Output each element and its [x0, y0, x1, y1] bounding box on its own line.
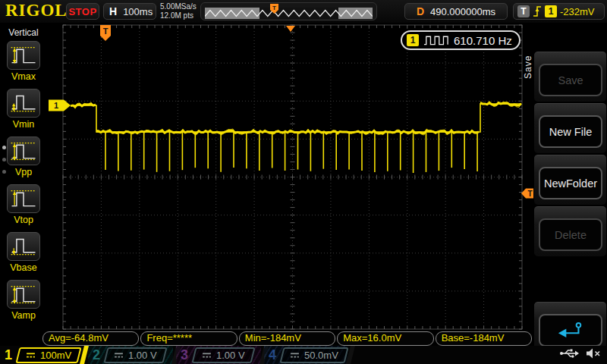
measurement-max: Max=16.0mV [337, 331, 433, 346]
acquisition-info: 5.00MSa/s 12.0M pts [160, 2, 197, 20]
horizontal-timebase[interactable]: H 100ms [103, 3, 156, 20]
vpp-button[interactable] [7, 136, 40, 165]
vmin-button[interactable] [7, 89, 40, 118]
softkey-new-folder[interactable]: NewFolder [534, 155, 606, 205]
softkey-save[interactable]: Save [534, 52, 606, 102]
channel-3-indicator[interactable]: 3 1.00 V [176, 346, 261, 364]
softkey-delete[interactable]: Delete [534, 206, 606, 256]
left-menu-item-vpp[interactable]: Vpp [0, 136, 47, 182]
sample-rate: 5.00MSa/s [160, 2, 197, 11]
channel-2-number: 2 [93, 347, 100, 363]
oscilloscope-screen: RIGOL STOP H 100ms 5.00MSa/s 12.0M pts T… [0, 0, 607, 364]
memory-position-bar[interactable]: T [200, 2, 377, 20]
return-arrow-icon [556, 321, 585, 340]
channel-4-number: 4 [269, 347, 276, 363]
horizontal-label: H [109, 5, 117, 17]
vmin-icon [9, 92, 38, 115]
channel-1-number: 1 [5, 347, 12, 363]
status-icons [559, 348, 601, 359]
page-indicator-dot [2, 170, 6, 174]
channel-4-indicator[interactable]: 4 50.0mV [264, 346, 348, 364]
delay-label: D [417, 5, 424, 17]
svg-text:1: 1 [54, 101, 58, 110]
channel-1-scale-box: 100mV [15, 347, 81, 363]
frequency-counter: 1 610.710 Hz [401, 30, 521, 50]
right-softkey-menu: Save Save New File NewFolder Delete [533, 23, 607, 346]
trigger-delay-readout[interactable]: D 490.000000ms [404, 3, 508, 20]
measurement-freq: Freq=***** [140, 331, 237, 346]
vamp-icon [9, 283, 38, 306]
vmax-icon [9, 44, 38, 67]
counter-source-badge: 1 [407, 34, 419, 46]
delete-button[interactable]: Delete [539, 218, 602, 251]
top-status-bar: RIGOL STOP H 100ms 5.00MSa/s 12.0M pts T… [0, 0, 607, 23]
memory-band: T [205, 8, 373, 19]
new-file-button[interactable]: New File [539, 115, 602, 148]
brand-logo: RIGOL [5, 1, 68, 20]
channel-4-scale: 50.0mV [304, 350, 338, 361]
square-wave-icon [423, 34, 449, 46]
channel-3-number: 3 [181, 347, 188, 363]
new-folder-button[interactable]: NewFolder [539, 167, 602, 199]
dc-coupling-icon [290, 351, 300, 359]
vpp-label: Vpp [0, 167, 47, 177]
channel-2-indicator[interactable]: 2 1.00 V [88, 346, 173, 364]
measure-menu-title: Vertical [0, 27, 47, 38]
run-state-label: STOP [68, 6, 96, 17]
menu-tab-save: Save [523, 39, 533, 79]
page-indicator-dot [2, 146, 6, 149]
vamp-label: Vamp [0, 310, 47, 321]
channel-3-scale-box: 1.00 V [191, 347, 255, 363]
svg-text:T: T [272, 5, 276, 11]
channel-1-indicator[interactable]: 1 100mV [0, 346, 80, 364]
measurement-avg: Avg=-64.8mV [42, 331, 139, 346]
run-state-indicator[interactable]: STOP [66, 3, 99, 20]
trigger-level-value: -232mV [560, 6, 595, 17]
dc-coupling-icon [26, 351, 36, 359]
vtop-label: Vtop [0, 215, 47, 225]
channel-4-scale-box: 50.0mV [279, 347, 348, 363]
vtop-button[interactable] [7, 184, 40, 213]
measurement-min: Min=-184mV [239, 331, 335, 346]
dc-coupling-icon [202, 351, 212, 359]
vbase-button[interactable] [7, 232, 40, 261]
save-button[interactable]: Save [539, 64, 602, 96]
vamp-button[interactable] [7, 280, 40, 309]
vmin-label: Vmin [0, 119, 47, 130]
left-menu-item-vmin[interactable]: Vmin [0, 89, 47, 134]
memory-depth: 12.0M pts [160, 11, 197, 20]
vmax-label: Vmax [0, 71, 47, 82]
channel-1-scale: 100mV [40, 350, 71, 361]
vbase-icon [9, 235, 38, 259]
channel-status-bar: 1 100mV 2 1.00 V 3 [0, 346, 607, 364]
vpp-icon [9, 140, 38, 163]
vtop-icon [9, 187, 38, 211]
left-menu-item-vbase[interactable]: Vbase [0, 232, 47, 278]
left-menu-item-vmax[interactable]: Vmax [0, 41, 47, 86]
svg-text:T: T [527, 190, 532, 198]
channel-3-scale: 1.00 V [216, 350, 245, 361]
memory-waveform-icon [205, 8, 373, 19]
softkey-back[interactable] [534, 302, 606, 352]
trigger-readout[interactable]: T 1 -232mV [513, 3, 605, 20]
vmax-button[interactable] [7, 41, 40, 70]
channel-2-scale-box: 1.00 V [103, 347, 167, 363]
counter-frequency-value: 610.710 Hz [454, 34, 512, 47]
measurement-base: Base=-184mV [436, 331, 532, 346]
left-menu-item-vamp[interactable]: Vamp [0, 280, 47, 325]
vbase-label: Vbase [0, 262, 47, 273]
measurement-results-bar: Avg=-64.8mV Freq=***** Min=-184mV Max=16… [42, 331, 532, 346]
softkey-new-file[interactable]: New File [534, 103, 606, 153]
timebase-value: 100ms [123, 6, 153, 17]
channel-2-scale: 1.00 V [128, 350, 157, 361]
delay-value: 490.000000ms [430, 6, 495, 17]
left-menu-item-vtop[interactable]: Vtop [0, 184, 47, 230]
dc-coupling-icon [114, 351, 124, 359]
trigger-source-badge: 1 [545, 5, 557, 17]
speaker-muted-icon[interactable] [586, 348, 601, 359]
left-measure-menu: Vertical Vmax [0, 23, 47, 346]
back-button[interactable] [539, 314, 602, 347]
usb-icon[interactable] [559, 348, 579, 359]
memory-trigger-marker: T [270, 4, 278, 14]
svg-text:T: T [103, 27, 109, 36]
